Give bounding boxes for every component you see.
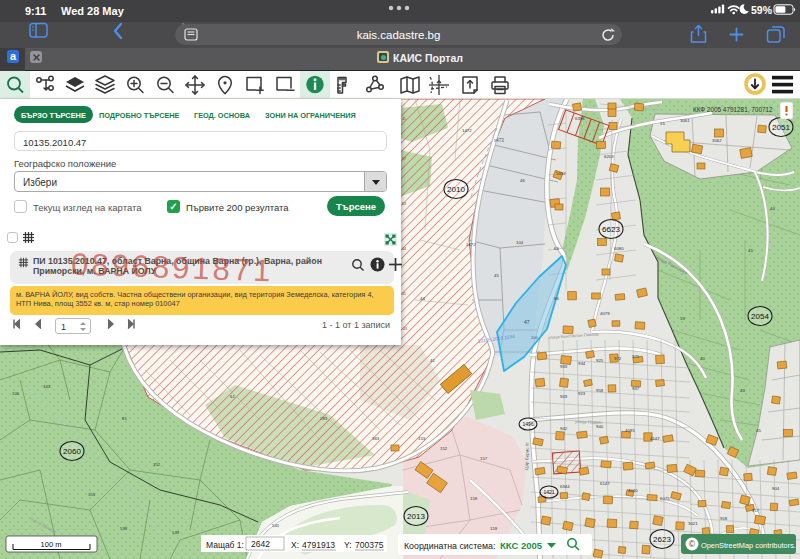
svg-text:2010: 2010 [447, 185, 465, 194]
svg-text:43: 43 [403, 327, 407, 331]
svg-text:x473: x473 [494, 138, 504, 143]
svg-text:40: 40 [700, 356, 705, 361]
svg-text:353: 353 [88, 492, 96, 497]
svg-text:1421: 1421 [543, 489, 554, 495]
svg-text:ККФ 2005 4791281, 700712: ККФ 2005 4791281, 700712 [693, 106, 773, 113]
svg-text:Координатна система:: Координатна система: [404, 541, 495, 551]
svg-text:6075: 6075 [660, 496, 670, 501]
svg-text:81: 81 [122, 416, 127, 421]
svg-text:4095: 4095 [625, 428, 635, 433]
svg-text:OpenStreetMap contributors.: OpenStreetMap contributors. [701, 541, 796, 550]
svg-text:937: 937 [632, 386, 640, 391]
svg-text:3062: 3062 [712, 138, 722, 143]
svg-text:41: 41 [402, 117, 406, 121]
svg-text:934: 934 [578, 361, 586, 366]
svg-text:6623: 6623 [602, 225, 620, 234]
svg-text:46: 46 [520, 178, 525, 183]
svg-text:700375: 700375 [355, 540, 384, 550]
svg-text:6080: 6080 [614, 246, 624, 251]
svg-text:972: 972 [614, 356, 622, 361]
svg-text:47: 47 [524, 319, 530, 325]
svg-text:55: 55 [660, 121, 665, 126]
svg-text:2054: 2054 [751, 312, 769, 321]
svg-text:45: 45 [748, 248, 753, 253]
svg-text:44: 44 [770, 206, 775, 211]
svg-text:63: 63 [554, 246, 559, 251]
svg-text:925: 925 [596, 358, 604, 363]
svg-text:6394: 6394 [575, 116, 585, 121]
svg-text:4791913: 4791913 [302, 540, 335, 550]
svg-text:6147: 6147 [600, 481, 610, 486]
svg-text:943: 943 [560, 394, 568, 399]
svg-text:539: 539 [172, 530, 180, 535]
svg-text:942: 942 [560, 426, 568, 431]
svg-text:45: 45 [494, 273, 499, 278]
svg-text:44: 44 [402, 247, 406, 251]
svg-text:4147: 4147 [650, 436, 660, 441]
svg-text:2060: 2060 [63, 447, 81, 456]
svg-text:2013: 2013 [407, 512, 425, 521]
svg-text:152: 152 [440, 446, 448, 451]
svg-text:2051: 2051 [772, 123, 790, 132]
svg-text:159: 159 [490, 526, 498, 531]
svg-text:61: 61 [230, 394, 235, 399]
svg-text:106: 106 [531, 335, 538, 340]
svg-text:363: 363 [372, 436, 380, 441]
svg-text:45: 45 [756, 428, 761, 433]
svg-text:44: 44 [420, 296, 425, 301]
svg-text:3021: 3021 [688, 521, 698, 526]
svg-text:2623: 2623 [653, 535, 671, 544]
svg-text:Мащаб 1:: Мащаб 1: [206, 540, 244, 550]
svg-text:1472: 1472 [466, 242, 476, 247]
svg-text:ККС 2005: ККС 2005 [500, 540, 543, 551]
svg-text:1472: 1472 [462, 128, 472, 133]
svg-text:958: 958 [596, 388, 604, 393]
svg-text:157: 157 [480, 456, 488, 461]
svg-text:улица Подвис: улица Подвис [575, 419, 602, 425]
svg-text:2642: 2642 [251, 539, 270, 549]
svg-text:352: 352 [153, 462, 161, 467]
svg-text:283: 283 [320, 416, 328, 421]
svg-text:538: 538 [120, 526, 128, 531]
svg-text:104: 104 [516, 240, 524, 245]
svg-text:X:: X: [291, 540, 299, 550]
svg-text:153: 153 [418, 436, 426, 441]
svg-text:918: 918 [720, 516, 728, 521]
svg-text:158: 158 [470, 496, 478, 501]
svg-text:6203: 6203 [604, 154, 614, 159]
svg-text:43: 43 [740, 388, 745, 393]
svg-text:59%: 59% [751, 4, 773, 16]
svg-text:Цар Борис III: Цар Борис III [524, 442, 530, 470]
svg-text:57: 57 [402, 157, 406, 161]
svg-text:106: 106 [12, 391, 20, 396]
svg-text:66: 66 [554, 296, 559, 301]
svg-text:100 m: 100 m [41, 540, 62, 549]
svg-text:933: 933 [560, 364, 568, 369]
svg-text:6944: 6944 [560, 484, 570, 489]
svg-text:971: 971 [632, 354, 640, 359]
svg-text:917: 917 [752, 508, 760, 513]
svg-text:63: 63 [402, 202, 406, 206]
svg-text:Y:: Y: [344, 540, 352, 550]
svg-text:3061: 3061 [680, 118, 690, 123]
svg-text:904: 904 [772, 486, 780, 491]
svg-text:541: 541 [272, 523, 280, 528]
svg-text:©: © [689, 539, 696, 549]
svg-text:39: 39 [680, 316, 685, 321]
svg-text:4079: 4079 [600, 311, 610, 316]
svg-text:343: 343 [43, 384, 51, 389]
svg-text:5052: 5052 [556, 171, 566, 176]
svg-text:45: 45 [402, 292, 406, 296]
svg-text:923: 923 [578, 391, 586, 396]
svg-text:4040: 4040 [628, 488, 638, 493]
svg-text:1496: 1496 [522, 421, 533, 427]
svg-text:41: 41 [430, 358, 435, 363]
